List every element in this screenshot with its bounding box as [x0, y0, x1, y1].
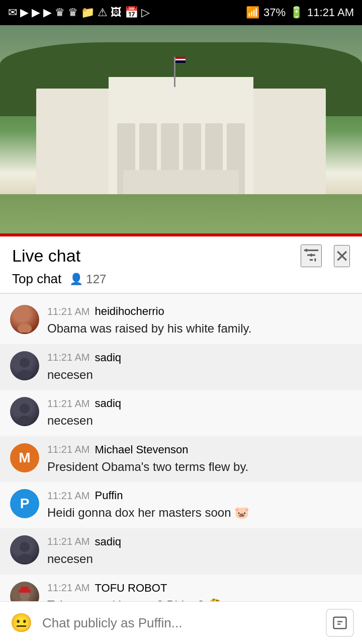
message-time: 11:21 AM	[47, 490, 90, 502]
message-author: sadiq	[95, 397, 122, 410]
play-icon2: ▶	[32, 6, 40, 19]
avatar: P	[10, 489, 39, 518]
chat-message: 11:21 AMsadiqnecesen	[0, 528, 362, 575]
svg-point-13	[18, 554, 32, 563]
message-text: Heidi gonna dox her masters soon 🐷	[47, 504, 352, 521]
play-icon: ▶	[20, 6, 29, 19]
message-text: necesen	[47, 366, 352, 383]
chat-message: M11:21 AMMichael StevensonPresident Obam…	[0, 436, 362, 482]
message-content: 11:21 AMMichael StevensonPresident Obama…	[47, 443, 352, 475]
play-store-icon: ▷	[141, 6, 150, 19]
video-lawn	[0, 194, 362, 236]
status-bar: ✉ ▶ ▶ ▶ ♛ ♛ 📁 ⚠ 🖼 📅 ▷ 📶 37% 🔋 11:21 AM	[0, 0, 362, 25]
message-text: necesen	[47, 550, 352, 568]
chat-input-area: 😐	[0, 601, 362, 644]
filter-button[interactable]	[301, 245, 322, 267]
avatar	[10, 351, 39, 380]
svg-point-8	[20, 358, 30, 368]
battery-percent: 37%	[263, 6, 286, 19]
chat-message: 11:21 AMsadiqnecesen	[0, 390, 362, 436]
chat-message: 11:21 AMheidihocherrioObama was raised b…	[0, 298, 362, 344]
svg-point-11	[18, 416, 32, 425]
status-icons: ✉ ▶ ▶ ▶ ♛ ♛ 📁 ⚠ 🖼 📅 ▷	[8, 6, 150, 19]
chat-header: Live chat ✕ Top chat 👤 127	[0, 236, 362, 293]
video-thumbnail[interactable]	[0, 25, 362, 236]
crown-icon: ♛	[55, 6, 65, 19]
svg-point-10	[20, 404, 30, 414]
svg-point-7	[18, 324, 32, 333]
message-icon: ✉	[8, 6, 17, 19]
battery-icon: 🔋	[290, 6, 303, 19]
message-author: TOFU ROBOT	[95, 582, 167, 595]
message-time: 11:21 AM	[47, 536, 90, 547]
svg-rect-4	[310, 254, 312, 257]
send-button[interactable]	[326, 609, 354, 637]
emoji-button[interactable]: 😐	[8, 610, 34, 636]
time-display: 11:21 AM	[307, 6, 354, 19]
message-author: Puffin	[95, 489, 123, 502]
svg-rect-17	[21, 587, 29, 591]
chat-message: P11:21 AMPuffinHeidi gonna dox her maste…	[0, 482, 362, 528]
video-progress-bar	[0, 233, 362, 236]
svg-rect-18	[334, 617, 346, 629]
viewer-person-icon: 👤	[69, 273, 83, 286]
svg-point-6	[20, 311, 30, 321]
svg-point-9	[18, 370, 32, 379]
calendar-icon: 📅	[125, 6, 138, 19]
message-text: necesen	[47, 412, 352, 429]
message-time: 11:21 AM	[47, 352, 90, 363]
message-author: sadiq	[95, 351, 122, 364]
play-icon3: ▶	[43, 6, 52, 19]
viewer-count-number: 127	[86, 272, 106, 286]
message-author: heidihocherrio	[95, 305, 164, 318]
chat-messages-list: 11:21 AMheidihocherrioObama was raised b…	[0, 294, 362, 644]
chat-title: Live chat	[12, 246, 80, 266]
crown-icon2: ♛	[68, 6, 78, 19]
avatar	[10, 305, 39, 334]
close-chat-button[interactable]: ✕	[334, 245, 350, 267]
image-icon: 🖼	[111, 6, 122, 19]
svg-point-12	[20, 542, 30, 552]
status-right: 📶 37% 🔋 11:21 AM	[246, 6, 354, 19]
message-time: 11:21 AM	[47, 444, 90, 455]
message-content: 11:21 AMsadiqnecesen	[47, 351, 352, 383]
white-house-building	[36, 89, 326, 205]
message-time: 11:21 AM	[47, 398, 90, 410]
message-content: 11:21 AMheidihocherrioObama was raised b…	[47, 305, 352, 337]
message-content: 11:21 AMPuffinHeidi gonna dox her master…	[47, 489, 352, 521]
chat-input[interactable]	[42, 615, 318, 631]
message-content: 11:21 AMsadiqnecesen	[47, 397, 352, 429]
message-time: 11:21 AM	[47, 306, 90, 317]
message-text: Obama was raised by his white family.	[47, 320, 352, 337]
chat-header-actions: ✕	[301, 245, 350, 267]
avatar	[10, 535, 39, 565]
warning-icon: ⚠	[98, 6, 108, 19]
message-author: sadiq	[95, 535, 122, 548]
avatar	[10, 397, 39, 426]
avatar: M	[10, 443, 39, 472]
svg-rect-3	[306, 249, 307, 252]
message-text: President Obama's two terms flew by.	[47, 458, 352, 475]
wifi-icon: 📶	[246, 6, 259, 19]
flagpole	[174, 57, 175, 87]
message-author: Michael Stevenson	[95, 443, 189, 456]
chat-sub-header: Top chat 👤 127	[12, 271, 350, 293]
svg-rect-5	[314, 258, 316, 261]
top-chat-label: Top chat	[12, 271, 61, 287]
chat-message: 11:21 AMsadiqnecesen	[0, 344, 362, 390]
message-content: 11:21 AMsadiqnecesen	[47, 535, 352, 568]
viewer-count: 👤 127	[69, 272, 106, 286]
folder-icon: 📁	[81, 6, 95, 19]
message-time: 11:21 AM	[47, 582, 90, 594]
